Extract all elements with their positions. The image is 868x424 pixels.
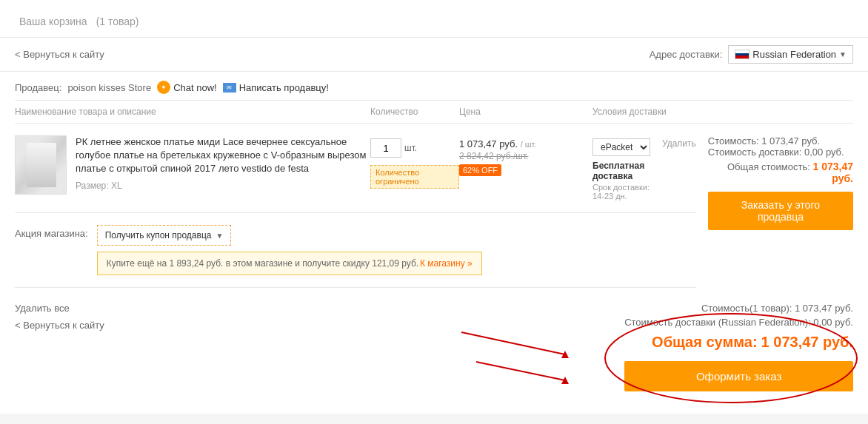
delete-all-link[interactable]: Удалить все: [15, 303, 104, 314]
seller-label: Продавец:: [15, 82, 61, 93]
chat-button[interactable]: ✦ Chat now!: [157, 81, 217, 94]
delivery-address-section: Адрес доставки: Russian Federation ▼: [650, 45, 853, 64]
bottom-back-link[interactable]: Вернуться к сайту: [15, 320, 104, 331]
delivery-label: Адрес доставки:: [650, 49, 723, 60]
product-details: РК летнее женское платье миди Lace вечер…: [76, 135, 370, 191]
promo-content: Получить купон продавца ▼ Купите ещё на …: [97, 225, 696, 275]
checkout-button[interactable]: Оформить заказ: [624, 361, 853, 391]
bottom-section: Удалить все Вернуться к сайту Стоимость(…: [0, 288, 868, 414]
col-price-header: Цена: [459, 107, 592, 117]
col-delivery-header: Условия доставки: [592, 107, 853, 117]
price-original: 2 824,42 руб./шт.: [459, 151, 592, 161]
seller-bar: Продавец: poison kisses Store ✦ Chat now…: [15, 72, 853, 101]
bottom-right: Стоимость(1 товар): 1 073,47 руб. Стоимо…: [624, 303, 853, 391]
product-size: Размер: XL: [76, 181, 370, 191]
product-title: РК летнее женское платье миди Lace вечер…: [76, 135, 370, 176]
country-selector[interactable]: Russian Federation ▼: [728, 45, 853, 64]
delivery-time: Срок доставки: 14-23 дн.: [592, 183, 650, 201]
bottom-left: Удалить все Вернуться к сайту: [15, 303, 104, 331]
price-main: 1 073,47 руб. / шт.: [459, 138, 592, 149]
total-label: Общая стоимость:: [727, 161, 810, 172]
coupon-dropdown-arrow-icon: ▼: [216, 232, 223, 240]
email-icon: ✉: [223, 83, 236, 92]
delete-link[interactable]: Удалить: [662, 135, 696, 201]
total-value: 1 073,47 руб.: [813, 161, 854, 184]
store-link[interactable]: К магазину »: [420, 258, 473, 269]
subtotals-section: Стоимость: 1 073,47 руб. Стоимость доста…: [696, 124, 853, 288]
arrow-decoration: [417, 310, 639, 399]
quantity-input[interactable]: [370, 138, 401, 158]
bottom-cost-row: Стоимость(1 товар): 1 073,47 руб.: [624, 303, 853, 314]
store-promo: Акция магазина: Получить купон продавца …: [15, 213, 696, 288]
delivery-select[interactable]: ePacket: [592, 138, 650, 156]
country-name: Russian Federation: [752, 49, 836, 60]
discount-info: Купите ещё на 1 893,24 руб. в этом магаз…: [97, 252, 482, 275]
grand-total-value: 1 073,47 руб.: [761, 334, 853, 350]
dropdown-arrow-icon: ▼: [839, 50, 847, 58]
product-info: РК летнее женское платье миди Lace вечер…: [15, 135, 370, 195]
col-quantity-header: Количество: [370, 107, 459, 117]
page-title: Ваша корзина (1 товар): [15, 10, 853, 30]
discount-badge: 62% OFF: [459, 164, 501, 176]
quantity-limited-badge: Количество ограничено: [370, 165, 459, 189]
table-header: Наименование товара и описание Количеств…: [15, 101, 853, 124]
subtotals-cost-row: Стоимость: 1 073,47 руб. Стоимость доста…: [708, 135, 853, 158]
order-from-seller-button[interactable]: Заказать у этого продавца: [708, 192, 853, 230]
price-section: 1 073,47 руб. / шт. 2 824,42 руб./шт. 62…: [459, 135, 592, 176]
free-delivery-label: Бесплатная доставка: [592, 161, 650, 181]
grand-total-row: Общая сумма: 1 073,47 руб.: [624, 334, 853, 351]
email-button[interactable]: ✉ Написать продавцу!: [223, 82, 329, 93]
bottom-delivery-row: Стоимость доставки (Russian Federation):…: [624, 317, 853, 328]
col-product-header: Наименование товара и описание: [15, 107, 370, 117]
seller-name: poison kisses Store: [67, 82, 151, 93]
svg-marker-1: [561, 377, 569, 384]
qty-unit: шт.: [404, 143, 417, 153]
chat-icon: ✦: [157, 81, 170, 94]
promo-label: Акция магазина:: [15, 225, 88, 239]
back-to-site-link[interactable]: Вернуться к сайту: [15, 49, 104, 60]
quantity-section: шт. Количество ограничено: [370, 135, 459, 189]
nav-bar: Вернуться к сайту Адрес доставки: Russia…: [0, 38, 868, 72]
russia-flag-icon: [735, 50, 750, 59]
product-image: [15, 135, 67, 195]
table-row: РК летнее женское платье миди Lace вечер…: [15, 124, 696, 213]
cart-content: Продавец: poison kisses Store ✦ Chat now…: [0, 72, 868, 288]
coupon-dropdown[interactable]: Получить купон продавца ▼: [97, 225, 232, 246]
delivery-cell: ePacket Бесплатная доставка Срок доставк…: [592, 135, 696, 201]
svg-marker-0: [561, 351, 569, 358]
delivery-options: ePacket Бесплатная доставка Срок доставк…: [592, 135, 650, 201]
